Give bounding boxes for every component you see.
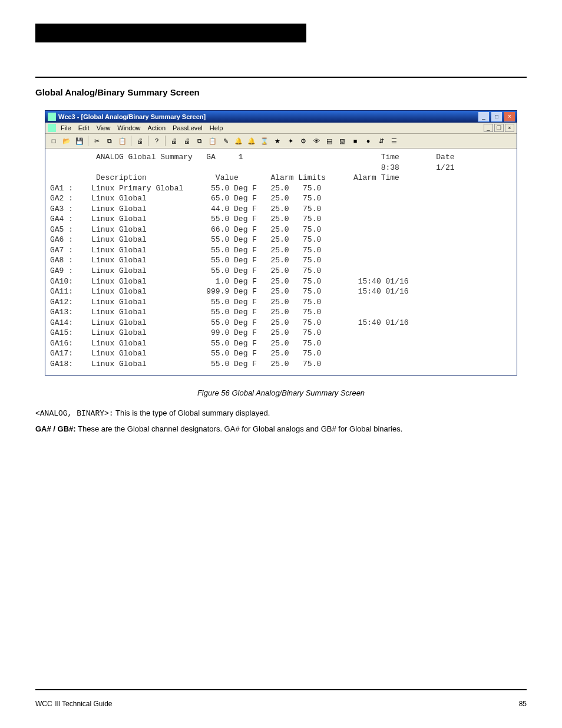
app-window: Wcc3 - [Global Analog/Binary Summary Scr…: [45, 110, 517, 375]
terminal-content: ANALOG Global Summary GA 1 Time Date 8:3…: [45, 149, 517, 375]
app-logo-icon: [48, 113, 56, 121]
rec-icon[interactable]: ●: [362, 135, 374, 147]
chart-icon[interactable]: ▧: [336, 135, 348, 147]
param-line-1: <ANALOG, BINARY>: This is the type of Gl…: [35, 408, 527, 419]
footer-doc-title: WCC III Technical Guide: [35, 700, 113, 708]
section-title: Global Analog/Binary Summary Screen: [35, 87, 527, 97]
maximize-button[interactable]: □: [491, 111, 503, 122]
footer-page-number: 85: [519, 700, 527, 708]
net-icon[interactable]: ⇵: [375, 135, 387, 147]
print-all-icon[interactable]: 🖨: [168, 135, 180, 147]
star-icon[interactable]: ★: [272, 135, 283, 147]
figure-caption: Figure 56 Global Analog/Binary Summary S…: [35, 388, 527, 397]
footer-rule: [35, 689, 527, 690]
save-icon[interactable]: 💾: [74, 135, 85, 147]
open-icon[interactable]: 📂: [61, 135, 72, 147]
mdi-restore-button[interactable]: ❐: [494, 124, 504, 132]
menu-window[interactable]: Window: [114, 124, 144, 132]
new-icon[interactable]: □: [48, 135, 59, 147]
toolbar: □📂💾✂⧉📋🖨?🖨🖨⧉📋✎🔔🔔⌛★✦⚙👁▤▧■●⇵☰: [45, 134, 517, 149]
toolbar-separator: [148, 136, 148, 146]
paste-icon[interactable]: 📋: [117, 135, 128, 147]
page-footer: WCC III Technical Guide 85: [35, 700, 527, 708]
stop-icon[interactable]: ■: [349, 135, 361, 147]
hourglass-icon[interactable]: ⌛: [259, 135, 270, 147]
toolbar-separator: [165, 136, 166, 146]
edit-icon[interactable]: ✎: [220, 135, 232, 147]
eye-icon[interactable]: 👁: [310, 135, 322, 147]
menu-file[interactable]: File: [57, 124, 75, 132]
wand-icon[interactable]: ✦: [285, 135, 296, 147]
mdi-system-icon[interactable]: [48, 124, 56, 132]
mdi-close-button[interactable]: ×: [505, 124, 514, 132]
mdi-window-controls: _ ❐ ×: [484, 124, 514, 132]
menu-passlevel[interactable]: PassLevel: [169, 124, 206, 132]
cut-icon[interactable]: ✂: [91, 135, 103, 147]
bell-icon[interactable]: 🔔: [233, 135, 244, 147]
close-button[interactable]: ×: [504, 111, 515, 122]
minimize-button[interactable]: _: [478, 111, 490, 122]
param1-text: This is the type of Global summary displ…: [114, 409, 270, 417]
param1-label: <ANALOG, BINARY>:: [35, 409, 114, 418]
param-line-2: GA# / GB#: These are the Global channel …: [35, 424, 527, 434]
gear-icon[interactable]: ⚙: [297, 135, 309, 147]
param2-label: GA# / GB#:: [35, 424, 76, 433]
print-sc-icon[interactable]: 🖨: [181, 135, 193, 147]
window-controls: _ □ ×: [478, 111, 515, 122]
doc-icon[interactable]: ▤: [323, 135, 335, 147]
mdi-minimize-button[interactable]: _: [484, 124, 493, 132]
tree-icon[interactable]: ☰: [388, 135, 400, 147]
copy-sc-icon[interactable]: ⧉: [194, 135, 206, 147]
bell2-icon[interactable]: 🔔: [246, 135, 257, 147]
figure-screenshot: Wcc3 - [Global Analog/Binary Summary Scr…: [35, 110, 527, 375]
menu-view[interactable]: View: [93, 124, 114, 132]
window-title: Wcc3 - [Global Analog/Binary Summary Scr…: [58, 113, 206, 120]
menu-edit[interactable]: Edit: [75, 124, 93, 132]
section-rule-top: [35, 77, 527, 78]
param2-text: These are the Global channel designators…: [76, 424, 403, 433]
print-icon[interactable]: 🖨: [134, 135, 146, 147]
toolbar-separator: [88, 136, 88, 146]
toolbar-separator: [131, 136, 131, 146]
help-icon[interactable]: ?: [151, 135, 163, 147]
copy-icon[interactable]: ⧉: [104, 135, 115, 147]
titlebar: Wcc3 - [Global Analog/Binary Summary Scr…: [45, 111, 517, 123]
menubar: FileEditViewWindowActionPassLevelHelp _ …: [45, 123, 517, 134]
paste-sc-icon[interactable]: 📋: [207, 135, 219, 147]
menu-help[interactable]: Help: [206, 124, 227, 132]
menu-action[interactable]: Action: [144, 124, 169, 132]
doc-header-blackbar: [35, 24, 306, 42]
